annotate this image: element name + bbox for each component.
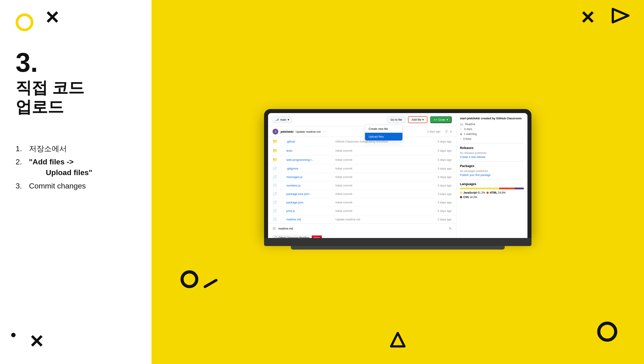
list-icon: ☰ [272,226,276,231]
branch-button[interactable]: ⎇ main ▾ [272,116,292,123]
file-time-cell: 3 days ago [422,181,456,190]
sidebar-stars-label: 0 stars [464,128,472,131]
add-file-dropdown: Create new file Upload files [365,125,403,141]
file-type-icon: 📄 [268,173,282,181]
add-file-button[interactable]: Add file ▾ [408,116,427,123]
file-message-cell: Initial commit [331,181,422,190]
file-name-cell[interactable]: web-programming-r... [282,155,331,164]
sidebar-watching-item: ◉ 1 watching [460,133,524,136]
github-main: ⎇ main ▾ Go to file Add file ▾ [268,113,456,238]
file-message-cell: Update readme.md [331,215,422,224]
lang-label: HTML 24.6% [490,191,506,194]
file-name-cell[interactable]: numbers.js [282,181,331,190]
lang-label: JavaScript 61.2% [463,191,485,194]
file-name-cell[interactable]: messages.js [282,173,331,181]
file-type-icon: 📄 [268,164,282,173]
file-type-icon: 📁 [268,137,282,146]
file-type-icon: 📄 [268,181,282,190]
file-list-row: 📄numbers.jsInitial commit3 days ago [268,181,456,190]
pencil-icon[interactable]: ✎ [449,226,452,231]
file-time-cell: 3 days ago [422,207,456,215]
lang-bar-segment-css [515,188,524,189]
commit-time: 2 days ago [428,130,440,133]
step-num-1: 1. [16,143,24,154]
deco-circle-bottom-right [597,322,617,342]
sidebar-stars-item: ☆ 0 stars [460,128,524,131]
lang-label: CSS 14.2% [463,196,477,199]
github-sidebar: start-jekkilekki created by GitHub Class… [456,113,528,238]
commit-dots[interactable]: ··· [323,130,326,134]
sidebar-releases-note: No releases published [460,151,524,155]
workflow-badge: ◯ GitHub Classroom Workflow failing [272,235,322,238]
goto-file-button[interactable]: Go to file [387,116,405,123]
file-list: 📁.githubGitHub Classroom Autograding Wor… [268,137,456,223]
sidebar-divider-3 [460,179,524,180]
book-icon: 📖 [460,123,463,126]
step-label-3: Commit changes [29,181,86,191]
lang-item-javascript: JavaScript 61.2% [460,191,485,194]
workflow-badge-left: ◯ GitHub Classroom Workflow [273,235,311,238]
file-list-row: 📁.githubGitHub Classroom Autograding Wor… [268,137,456,146]
create-new-file-option[interactable]: Create new file [365,125,402,133]
deco-x-top: ✕ [44,9,60,27]
upload-files-option[interactable]: Upload files [365,133,402,141]
add-file-chevron: ▾ [422,118,424,121]
sidebar-releases-link[interactable]: Create a new release [460,155,485,159]
file-time-cell: 3 days ago [422,155,456,164]
file-name-cell[interactable]: print.js [282,207,331,215]
file-name-cell[interactable]: package-lock.json [282,190,331,198]
sidebar-packages-title: Packages [460,164,524,168]
file-name-cell[interactable]: tests [282,146,331,155]
branch-chevron: ▾ [288,118,289,121]
file-time-cell: 3 days ago [422,173,456,181]
file-name-cell[interactable]: readme.md [282,215,331,224]
svg-marker-0 [613,9,628,22]
fork-icon: ⑂ [460,137,462,141]
file-name-cell[interactable]: .github [282,137,331,146]
file-type-icon: 📄 [268,215,282,224]
laptop-container: ⎇ main ▾ Go to file Add file ▾ [264,109,532,246]
file-list-row: 📄readme.mdUpdate readme.md2 days ago [268,215,456,224]
code-button[interactable]: <> Code ▾ [430,116,452,123]
workflow-label: GitHub Classroom Workflow [278,236,309,238]
file-time-cell: 3 days ago [422,137,456,146]
lang-dot [486,192,489,194]
file-type-icon: 📄 [268,198,282,207]
file-list-row: 📄messages.jsInitial commit3 days ago [268,173,456,181]
file-list-row: 📄.gitignoreInitial commit3 days ago [268,164,456,173]
code-icon: <> [434,118,437,121]
step-title: 직접 코드업로드 [16,78,136,117]
branch-icon: ⎇ [276,118,279,121]
file-name-cell[interactable]: .gitignore [282,164,331,173]
file-type-icon: 📄 [268,190,282,198]
branch-label: main [280,118,286,121]
laptop-screen-outer: ⎇ main ▾ Go to file Add file ▾ [264,109,532,238]
file-list-row: 📁testsInitial commit3 days ago [268,146,456,155]
sidebar-watching-label: 1 watching [464,133,477,136]
step-item-1: 1. 저장소에서 [16,143,136,154]
sidebar-readme-label: Readme [465,123,475,126]
commit-row: J jekkilekki Update readme.md ··· 2 days… [268,127,456,137]
file-name-cell[interactable]: package.json [282,198,331,207]
commit-count: 8 [450,130,452,133]
svg-marker-1 [391,333,404,346]
lang-dot [460,192,462,194]
lang-dot [460,196,462,198]
step-number: 3. [16,49,136,76]
file-message-cell: Initial commit [331,146,422,155]
step-item-2: 2. "Add files -> Upload files" [16,157,136,178]
commit-user: jekkilekki [280,130,294,133]
github-bottom-bar: ☰ readme.md ✎ [268,223,456,233]
file-list-row: 📁web-programming-r...Initial commit3 day… [268,155,456,164]
sidebar-packages-link[interactable]: Publish your first package [460,174,490,177]
step-item-3: 3. Commit changes [16,181,136,191]
star-icon: ☆ [460,128,462,131]
code-label: Code [438,118,445,121]
deco-circle-top [16,13,34,31]
lang-item-html: HTML 24.6% [486,191,506,194]
right-panel: ✕ ⎇ [152,0,644,364]
left-panel: ✕ 3. 직접 코드업로드 1. 저장소에서 2. "Add files -> … [0,0,152,364]
deco-x-bottom-left: ✕ [29,333,44,351]
file-time-cell: 3 days ago [422,198,456,207]
deco-circle-left-mid [180,270,198,288]
